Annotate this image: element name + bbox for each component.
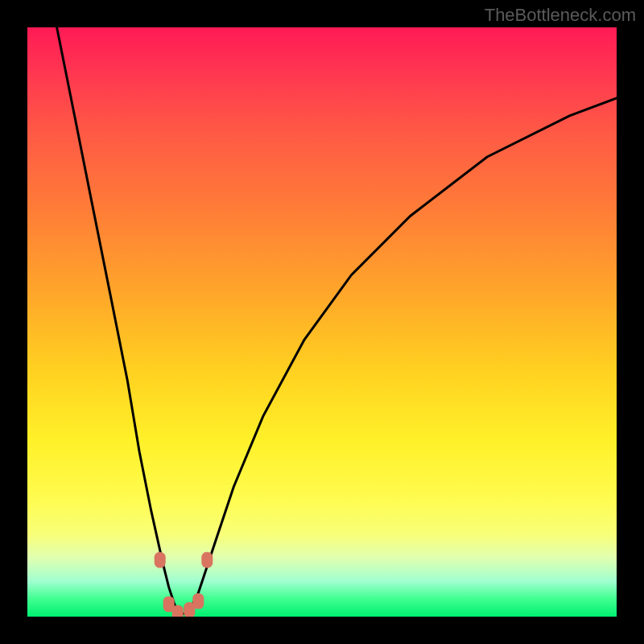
plot-area: [27, 27, 617, 617]
chart-svg: [27, 27, 617, 617]
marker-group: [155, 552, 213, 617]
curve-marker: [172, 605, 184, 617]
bottleneck-curve: [57, 27, 617, 613]
curve-marker: [192, 593, 204, 609]
watermark-text: TheBottleneck.com: [485, 5, 636, 26]
curve-marker: [155, 552, 166, 568]
curve-marker: [201, 552, 213, 568]
